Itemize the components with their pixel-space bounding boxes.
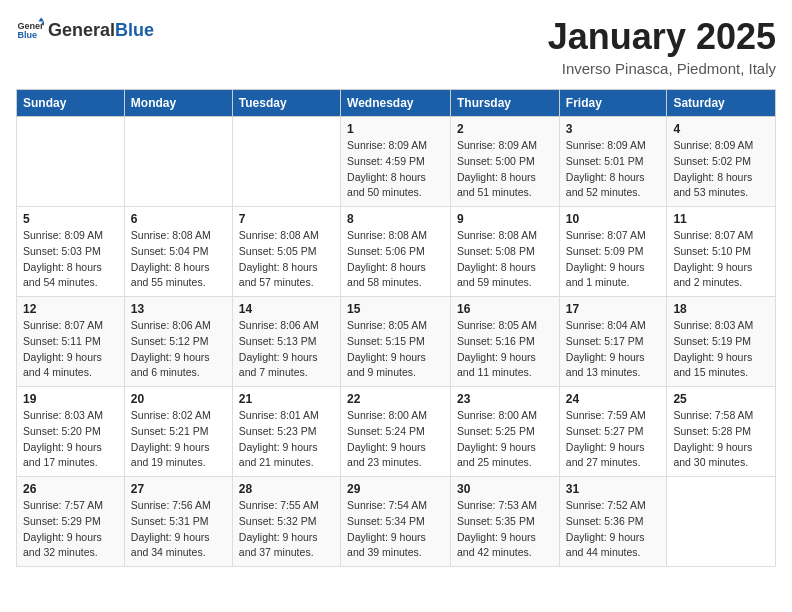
day-info: Sunrise: 8:08 AMSunset: 5:06 PMDaylight:… — [347, 228, 444, 291]
week-row-3: 12Sunrise: 8:07 AMSunset: 5:11 PMDayligh… — [17, 297, 776, 387]
day-cell — [667, 477, 776, 567]
day-number: 26 — [23, 482, 118, 496]
day-cell: 31Sunrise: 7:52 AMSunset: 5:36 PMDayligh… — [559, 477, 667, 567]
day-cell — [124, 117, 232, 207]
day-info: Sunrise: 8:01 AMSunset: 5:23 PMDaylight:… — [239, 408, 334, 471]
svg-marker-2 — [38, 17, 44, 21]
day-cell — [17, 117, 125, 207]
day-info: Sunrise: 8:07 AMSunset: 5:10 PMDaylight:… — [673, 228, 769, 291]
day-cell: 22Sunrise: 8:00 AMSunset: 5:24 PMDayligh… — [341, 387, 451, 477]
day-cell: 5Sunrise: 8:09 AMSunset: 5:03 PMDaylight… — [17, 207, 125, 297]
day-number: 18 — [673, 302, 769, 316]
day-cell: 30Sunrise: 7:53 AMSunset: 5:35 PMDayligh… — [451, 477, 560, 567]
day-cell: 24Sunrise: 7:59 AMSunset: 5:27 PMDayligh… — [559, 387, 667, 477]
day-number: 19 — [23, 392, 118, 406]
svg-text:General: General — [17, 21, 44, 31]
day-number: 21 — [239, 392, 334, 406]
day-number: 10 — [566, 212, 661, 226]
day-info: Sunrise: 8:03 AMSunset: 5:20 PMDaylight:… — [23, 408, 118, 471]
day-cell: 21Sunrise: 8:01 AMSunset: 5:23 PMDayligh… — [232, 387, 340, 477]
day-info: Sunrise: 7:54 AMSunset: 5:34 PMDaylight:… — [347, 498, 444, 561]
weekday-header-tuesday: Tuesday — [232, 90, 340, 117]
week-row-5: 26Sunrise: 7:57 AMSunset: 5:29 PMDayligh… — [17, 477, 776, 567]
day-cell: 29Sunrise: 7:54 AMSunset: 5:34 PMDayligh… — [341, 477, 451, 567]
day-number: 17 — [566, 302, 661, 316]
day-number: 9 — [457, 212, 553, 226]
week-row-2: 5Sunrise: 8:09 AMSunset: 5:03 PMDaylight… — [17, 207, 776, 297]
day-info: Sunrise: 8:09 AMSunset: 5:02 PMDaylight:… — [673, 138, 769, 201]
calendar-table: SundayMondayTuesdayWednesdayThursdayFrid… — [16, 89, 776, 567]
day-number: 29 — [347, 482, 444, 496]
logo-icon: General Blue — [16, 16, 44, 44]
day-cell: 16Sunrise: 8:05 AMSunset: 5:16 PMDayligh… — [451, 297, 560, 387]
svg-text:Blue: Blue — [17, 30, 37, 40]
day-info: Sunrise: 8:09 AMSunset: 5:01 PMDaylight:… — [566, 138, 661, 201]
day-number: 13 — [131, 302, 226, 316]
logo: General Blue GeneralBlue — [16, 16, 154, 44]
day-info: Sunrise: 8:02 AMSunset: 5:21 PMDaylight:… — [131, 408, 226, 471]
day-number: 24 — [566, 392, 661, 406]
day-info: Sunrise: 8:06 AMSunset: 5:13 PMDaylight:… — [239, 318, 334, 381]
day-info: Sunrise: 8:03 AMSunset: 5:19 PMDaylight:… — [673, 318, 769, 381]
week-row-1: 1Sunrise: 8:09 AMSunset: 4:59 PMDaylight… — [17, 117, 776, 207]
day-info: Sunrise: 7:55 AMSunset: 5:32 PMDaylight:… — [239, 498, 334, 561]
weekday-header-sunday: Sunday — [17, 90, 125, 117]
weekday-header-saturday: Saturday — [667, 90, 776, 117]
day-number: 23 — [457, 392, 553, 406]
day-cell: 18Sunrise: 8:03 AMSunset: 5:19 PMDayligh… — [667, 297, 776, 387]
day-cell: 10Sunrise: 8:07 AMSunset: 5:09 PMDayligh… — [559, 207, 667, 297]
weekday-header-monday: Monday — [124, 90, 232, 117]
day-info: Sunrise: 8:09 AMSunset: 5:00 PMDaylight:… — [457, 138, 553, 201]
day-cell: 12Sunrise: 8:07 AMSunset: 5:11 PMDayligh… — [17, 297, 125, 387]
day-info: Sunrise: 8:08 AMSunset: 5:04 PMDaylight:… — [131, 228, 226, 291]
day-info: Sunrise: 8:05 AMSunset: 5:16 PMDaylight:… — [457, 318, 553, 381]
day-number: 31 — [566, 482, 661, 496]
day-info: Sunrise: 8:00 AMSunset: 5:25 PMDaylight:… — [457, 408, 553, 471]
day-cell: 19Sunrise: 8:03 AMSunset: 5:20 PMDayligh… — [17, 387, 125, 477]
day-cell: 14Sunrise: 8:06 AMSunset: 5:13 PMDayligh… — [232, 297, 340, 387]
day-cell: 15Sunrise: 8:05 AMSunset: 5:15 PMDayligh… — [341, 297, 451, 387]
day-info: Sunrise: 7:58 AMSunset: 5:28 PMDaylight:… — [673, 408, 769, 471]
day-number: 20 — [131, 392, 226, 406]
weekday-header-wednesday: Wednesday — [341, 90, 451, 117]
day-info: Sunrise: 7:53 AMSunset: 5:35 PMDaylight:… — [457, 498, 553, 561]
day-info: Sunrise: 8:00 AMSunset: 5:24 PMDaylight:… — [347, 408, 444, 471]
day-info: Sunrise: 8:09 AMSunset: 4:59 PMDaylight:… — [347, 138, 444, 201]
day-info: Sunrise: 8:04 AMSunset: 5:17 PMDaylight:… — [566, 318, 661, 381]
day-info: Sunrise: 7:52 AMSunset: 5:36 PMDaylight:… — [566, 498, 661, 561]
day-cell: 17Sunrise: 8:04 AMSunset: 5:17 PMDayligh… — [559, 297, 667, 387]
day-info: Sunrise: 7:56 AMSunset: 5:31 PMDaylight:… — [131, 498, 226, 561]
day-number: 16 — [457, 302, 553, 316]
header: General Blue GeneralBlue January 2025 In… — [16, 16, 776, 77]
day-number: 14 — [239, 302, 334, 316]
day-info: Sunrise: 7:57 AMSunset: 5:29 PMDaylight:… — [23, 498, 118, 561]
day-number: 1 — [347, 122, 444, 136]
month-title: January 2025 — [548, 16, 776, 58]
weekday-header-friday: Friday — [559, 90, 667, 117]
day-number: 4 — [673, 122, 769, 136]
day-cell — [232, 117, 340, 207]
day-number: 8 — [347, 212, 444, 226]
day-cell: 11Sunrise: 8:07 AMSunset: 5:10 PMDayligh… — [667, 207, 776, 297]
week-row-4: 19Sunrise: 8:03 AMSunset: 5:20 PMDayligh… — [17, 387, 776, 477]
day-cell: 9Sunrise: 8:08 AMSunset: 5:08 PMDaylight… — [451, 207, 560, 297]
day-number: 12 — [23, 302, 118, 316]
logo-blue: Blue — [115, 20, 154, 40]
weekday-header-row: SundayMondayTuesdayWednesdayThursdayFrid… — [17, 90, 776, 117]
day-info: Sunrise: 8:07 AMSunset: 5:09 PMDaylight:… — [566, 228, 661, 291]
day-info: Sunrise: 7:59 AMSunset: 5:27 PMDaylight:… — [566, 408, 661, 471]
day-number: 22 — [347, 392, 444, 406]
day-number: 2 — [457, 122, 553, 136]
day-number: 27 — [131, 482, 226, 496]
day-cell: 28Sunrise: 7:55 AMSunset: 5:32 PMDayligh… — [232, 477, 340, 567]
day-number: 11 — [673, 212, 769, 226]
day-cell: 23Sunrise: 8:00 AMSunset: 5:25 PMDayligh… — [451, 387, 560, 477]
day-cell: 3Sunrise: 8:09 AMSunset: 5:01 PMDaylight… — [559, 117, 667, 207]
day-cell: 6Sunrise: 8:08 AMSunset: 5:04 PMDaylight… — [124, 207, 232, 297]
day-cell: 27Sunrise: 7:56 AMSunset: 5:31 PMDayligh… — [124, 477, 232, 567]
day-number: 28 — [239, 482, 334, 496]
location-title: Inverso Pinasca, Piedmont, Italy — [548, 60, 776, 77]
day-number: 6 — [131, 212, 226, 226]
day-number: 15 — [347, 302, 444, 316]
day-cell: 8Sunrise: 8:08 AMSunset: 5:06 PMDaylight… — [341, 207, 451, 297]
